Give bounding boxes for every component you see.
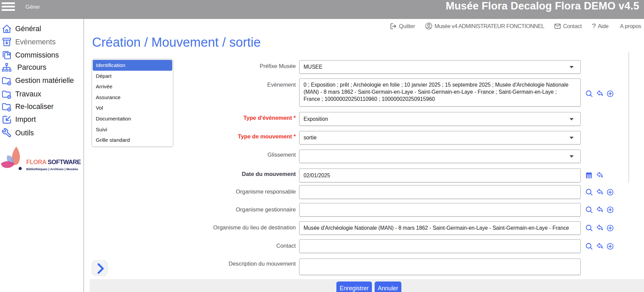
svg-text:Bibliothèques | Archives | Mus: Bibliothèques | Archives | Musées: [26, 167, 78, 171]
svg-text:FLORA SOFTWARE: FLORA SOFTWARE: [26, 159, 81, 165]
